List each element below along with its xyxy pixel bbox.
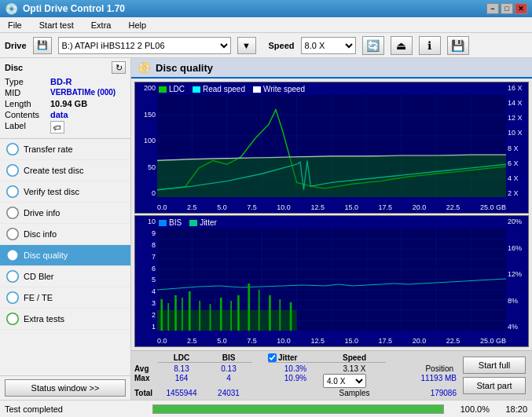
menu-file[interactable]: File: [3, 19, 27, 31]
nav-disc-quality[interactable]: Disc quality: [0, 245, 130, 266]
jitter-header-col: Jitter: [268, 353, 323, 363]
disc-type-value: BD-R: [50, 77, 72, 86]
drive-icon-button[interactable]: 💾: [33, 37, 52, 54]
speed-select-container: 4.0 X 8.0 X: [323, 374, 386, 388]
eject-icon-button[interactable]: ⏏: [391, 36, 413, 55]
disc-contents-row: Contents data: [5, 110, 126, 119]
chart1-legend: LDC Read speed Write speed: [159, 85, 305, 93]
disc-label-icon-button[interactable]: 🏷: [50, 121, 64, 134]
position-label: Position: [425, 364, 453, 373]
svg-rect-61: [230, 301, 232, 331]
svg-point-17: [10, 316, 15, 321]
menu-bar: File Start test Extra Help: [0, 17, 532, 33]
chart1-canvas: [157, 95, 506, 197]
drive-refresh-button[interactable]: ▼: [237, 37, 256, 54]
verify-icon: [6, 185, 19, 198]
drive-select[interactable]: B:) ATAPI iHBS112 2 PL06: [58, 37, 231, 54]
disc-type-label: Type: [5, 77, 50, 86]
close-button[interactable]: ✕: [515, 3, 527, 14]
svg-rect-60: [220, 298, 222, 331]
stats-avg-row: Avg 8.13 0.13 10.3% 3.13 X Position: [134, 364, 457, 373]
svg-point-7: [10, 210, 15, 215]
nav-transfer-rate-label: Transfer rate: [24, 144, 73, 154]
drive-info-icon: [6, 207, 19, 219]
charts-area: LDC Read speed Write speed 200 150 100 5…: [131, 79, 532, 350]
action-buttons: Start full Start part: [460, 355, 529, 396]
legend-bis: BIS: [159, 218, 182, 227]
fe-te-icon: [6, 291, 19, 304]
legend-ldc: LDC: [159, 85, 185, 93]
svg-rect-58: [199, 301, 200, 331]
svg-rect-66: [279, 299, 281, 331]
ldc-max: 164: [158, 374, 205, 388]
start-part-button[interactable]: Start part: [463, 377, 526, 394]
extra-tests-icon: [6, 313, 19, 325]
nav-menu: Transfer rate Create test disc Verify te…: [0, 139, 130, 375]
nav-transfer-rate[interactable]: Transfer rate: [0, 139, 130, 160]
svg-rect-54: [167, 303, 169, 331]
nav-create-test-label: Create test disc: [24, 166, 83, 175]
disc-mid-value: VERBATIMe (000): [50, 88, 116, 97]
menu-extra[interactable]: Extra: [86, 19, 116, 31]
position-val: 11193 MB: [386, 374, 457, 388]
svg-rect-62: [237, 295, 240, 331]
disc-refresh-button[interactable]: ↻: [112, 61, 126, 74]
nav-verify-label: Verify test disc: [24, 187, 79, 196]
svg-rect-67: [290, 302, 292, 331]
svg-rect-63: [248, 283, 250, 331]
jitter-max: 10.9%: [268, 374, 323, 388]
status-window-button[interactable]: Status window >>: [5, 379, 126, 397]
menu-start-test[interactable]: Start test: [35, 19, 79, 31]
title-bar: 💿 Opti Drive Control 1.70 − □ ✕: [0, 0, 532, 17]
svg-rect-52: [157, 310, 297, 331]
disc-header-label: Disc: [5, 63, 23, 72]
bis-total: 24031: [205, 389, 252, 397]
disc-quality-header-icon: 📀: [138, 61, 151, 74]
save-icon-button[interactable]: 💾: [447, 36, 469, 55]
svg-point-5: [10, 189, 15, 194]
drive-bar: Drive 💾 B:) ATAPI iHBS112 2 PL06 ▼ Speed…: [0, 33, 532, 58]
nav-create-test-disc[interactable]: Create test disc: [0, 160, 130, 181]
drive-label: Drive: [5, 41, 27, 50]
speed-select[interactable]: 8.0 X 4.0 X 16.0 X: [301, 37, 356, 54]
nav-disc-info[interactable]: Disc info: [0, 224, 130, 245]
nav-fe-te[interactable]: FE / TE: [0, 287, 130, 309]
jitter-checkbox[interactable]: [268, 353, 277, 362]
disc-panel: Disc ↻ Type BD-R MID VERBATIMe (000) Len…: [0, 58, 130, 139]
disc-quality-title: Disc quality: [156, 62, 213, 74]
nav-verify-test-disc[interactable]: Verify test disc: [0, 181, 130, 203]
minimize-button[interactable]: −: [486, 3, 499, 14]
bis-avg: 0.13: [205, 364, 252, 373]
disc-length-value: 10.94 GB: [50, 99, 87, 108]
disc-info-icon: [6, 228, 19, 240]
chart2-canvas: [157, 229, 506, 331]
legend-jitter: Jitter: [189, 218, 217, 227]
stats-table: LDC BIS Jitter Speed Avg 8.13: [134, 353, 457, 397]
stats-total-row: Total 1455944 24031 Samples 179086: [134, 389, 457, 397]
status-text: Test completed: [5, 404, 146, 414]
refresh-icon-button[interactable]: 🔄: [362, 36, 384, 55]
menu-help[interactable]: Help: [123, 19, 151, 31]
samples-label: Samples: [323, 389, 386, 397]
start-full-button[interactable]: Start full: [463, 357, 526, 374]
maximize-button[interactable]: □: [501, 3, 513, 14]
nav-extra-tests-label: Extra tests: [24, 314, 64, 324]
bis-max: 4: [205, 374, 252, 388]
disc-mid-label: MID: [5, 88, 50, 97]
stats-row: LDC BIS Jitter Speed Avg 8.13: [131, 350, 532, 400]
info-icon-button[interactable]: ℹ: [419, 36, 441, 55]
stats-speed-select[interactable]: 4.0 X 8.0 X: [323, 374, 366, 388]
svg-point-13: [10, 274, 15, 279]
progress-text: 100.0%: [450, 404, 490, 414]
nav-extra-tests[interactable]: Extra tests: [0, 309, 130, 330]
nav-cd-bler[interactable]: CD Bler: [0, 266, 130, 287]
nav-drive-info[interactable]: Drive info: [0, 203, 130, 224]
bis-chart: BIS Jitter 10 9 8 7 6 5 4 3 2 1 20%: [134, 215, 529, 347]
stats-headers: LDC BIS Jitter Speed: [134, 353, 457, 363]
disc-length-row: Length 10.94 GB: [5, 99, 126, 108]
disc-label-label: Label: [5, 121, 50, 134]
disc-contents-value: data: [50, 110, 68, 119]
ldc-avg: 8.13: [158, 364, 205, 373]
ldc-total: 1455944: [158, 389, 205, 397]
disc-quality-header: 📀 Disc quality: [131, 58, 532, 79]
